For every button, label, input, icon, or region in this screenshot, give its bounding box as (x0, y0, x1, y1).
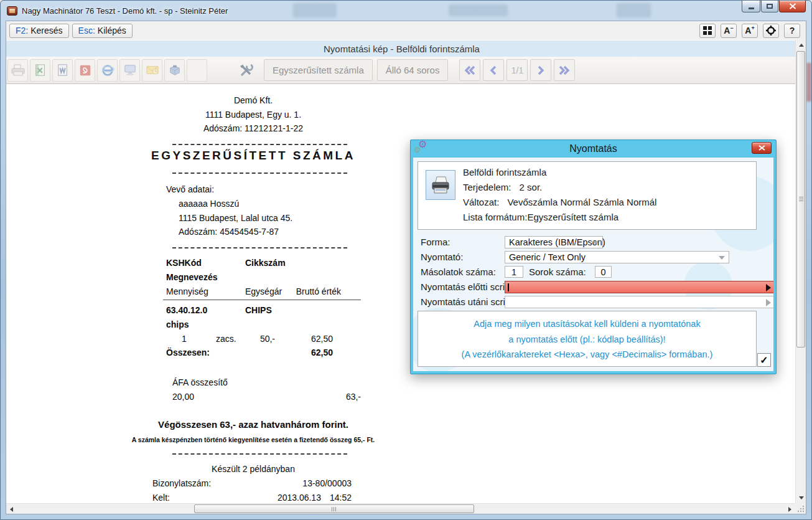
printer-dropdown[interactable]: Generic / Text Only (505, 251, 729, 263)
print-dialog: ⚙ ⚙ Nyomtatás Belföldi forintszámla (410, 139, 777, 374)
font-decrease-icon: A− (724, 26, 733, 35)
last-page-icon (558, 65, 571, 76)
vertical-scroll-thumb[interactable] (796, 51, 805, 347)
date-value: 2013.06.1314:52 (258, 493, 352, 503)
previous-page-button[interactable] (483, 59, 504, 81)
rows-input[interactable]: 0 (595, 266, 612, 278)
text-caret (508, 283, 509, 291)
forma-dropdown[interactable]: Karakteres (IBM/Epson) (505, 236, 603, 248)
orientation-button[interactable]: Álló 64 soros (377, 59, 449, 81)
scroll-right-button[interactable] (785, 504, 795, 514)
extent-label: Terjedelem: (463, 182, 511, 192)
orientation-label: Álló 64 soros (386, 65, 440, 75)
resize-grip[interactable] (795, 503, 806, 514)
item-cikkszam: CHIPS (245, 305, 272, 315)
headerbar: Nyomtatási kép - Belföldi forintszámla (6, 40, 797, 57)
font-increase-icon: A+ (745, 26, 754, 35)
arrow-left-icon (10, 507, 13, 512)
company-address: 1111 Budapest, Egy u. 1. (63, 110, 443, 120)
scroll-down-button[interactable] (796, 493, 806, 503)
browser-button[interactable] (97, 59, 118, 82)
scroll-grip (799, 197, 803, 202)
window-controls (742, 1, 806, 12)
font-increase-button[interactable]: A+ (742, 24, 758, 38)
maximize-icon (767, 4, 773, 9)
copies-input[interactable]: 1 (505, 266, 523, 278)
confirm-button[interactable]: ✓ (757, 353, 771, 367)
item-qty: 1 (182, 334, 187, 344)
font-decrease-button[interactable]: A− (721, 24, 737, 38)
archive-button[interactable] (164, 59, 185, 82)
format-value: Egyszerűsített számla (527, 212, 618, 222)
print-info-panel: Belföldi forintszámla Terjedelem:2 sor. … (418, 161, 757, 230)
exit-button[interactable]: Esc: Kilépés (72, 24, 133, 38)
excel-icon (34, 64, 47, 77)
word-export-button[interactable] (52, 59, 73, 82)
horizontal-scrollbar[interactable] (6, 503, 795, 514)
scroll-left-button[interactable] (6, 504, 17, 514)
copies-row: Másolatok száma: 1 Sorok száma: 0 (413, 266, 773, 278)
printer-value: Generic / Text Only (509, 252, 586, 262)
printer-image-box (426, 170, 455, 200)
gear-icon: ⚙ (414, 146, 421, 154)
exit-label: Kilépés (98, 26, 126, 35)
check-icon: ✓ (760, 354, 768, 366)
tools-icon (238, 62, 254, 78)
pdf-icon (78, 64, 92, 77)
monitor-view-button[interactable] (119, 59, 140, 82)
pre-script-field[interactable] (505, 281, 773, 293)
layout-grid-button[interactable] (699, 24, 716, 38)
last-page-button[interactable] (554, 59, 575, 81)
vat-rate: 20,00 (157, 392, 194, 402)
print-dialog-titlebar[interactable]: ⚙ ⚙ Nyomtatás (411, 140, 776, 158)
total-label: Összesen: (166, 347, 210, 357)
buyer-tax-number: Adószám: 45454545-7-87 (179, 227, 279, 237)
scroll-grip (332, 507, 337, 511)
first-page-button[interactable] (459, 59, 480, 81)
simplified-invoice-button[interactable]: Egyszerűsített számla (264, 59, 373, 81)
post-script-field[interactable] (505, 296, 773, 308)
settings-tools-button[interactable] (235, 59, 256, 82)
target-button[interactable] (763, 24, 779, 38)
app-icon (7, 6, 17, 16)
dashed-divider (172, 453, 347, 455)
word-icon (56, 64, 70, 77)
scroll-up-button[interactable] (796, 40, 806, 50)
printer-label: Nyomtató: (421, 251, 463, 263)
post-script-label: Nyomtatás utáni script: (421, 296, 516, 308)
variant-value: Vevőszámla Normál Számla Normál (507, 197, 656, 207)
col-mennyiseg: Mennyiség (166, 286, 208, 296)
hint-panel: Adja meg milyen utasításokat kell külden… (418, 311, 757, 367)
email-button[interactable] (142, 59, 162, 82)
print-button[interactable] (7, 59, 28, 82)
horizontal-scroll-thumb[interactable] (194, 504, 474, 513)
help-button[interactable]: ? (784, 24, 800, 38)
copies-label: Másolatok száma: (421, 266, 496, 278)
dashed-divider (172, 144, 347, 145)
expand-arrow-icon (766, 299, 771, 306)
arrow-right-icon (788, 507, 791, 512)
next-page-button[interactable] (530, 59, 551, 81)
print-doc-type: Belföldi forintszámla (463, 167, 546, 177)
item-name: chips (166, 319, 189, 329)
col-brutto: Bruttó érték (292, 286, 341, 296)
first-page-icon (464, 65, 476, 76)
variant-label: Változat: (463, 197, 499, 207)
forma-row: Forma: Karakteres (IBM/Epson) (413, 236, 773, 248)
cash-note: A számla készpénzben történő kiegyenlíté… (63, 436, 443, 443)
forma-value: Karakteres (IBM/Epson) (509, 237, 605, 247)
vertical-scrollbar[interactable] (795, 40, 806, 503)
table-rule (163, 300, 361, 300)
pdf-export-button[interactable] (75, 59, 95, 82)
grid-icon (703, 26, 712, 35)
maximize-button[interactable] (761, 1, 778, 12)
search-button[interactable]: F2: Keresés (9, 24, 69, 38)
dialog-close-button[interactable] (752, 142, 772, 154)
excel-export-button[interactable] (30, 59, 50, 82)
print-dialog-title: Nyomtatás (569, 143, 617, 154)
minimize-button[interactable] (742, 1, 760, 12)
quickbar-icons: A− A+ ? (699, 24, 803, 38)
close-button[interactable] (779, 1, 806, 12)
search-hotkey: F2: (16, 26, 28, 35)
pre-script-label: Nyomtatás előtti script: (421, 281, 515, 293)
